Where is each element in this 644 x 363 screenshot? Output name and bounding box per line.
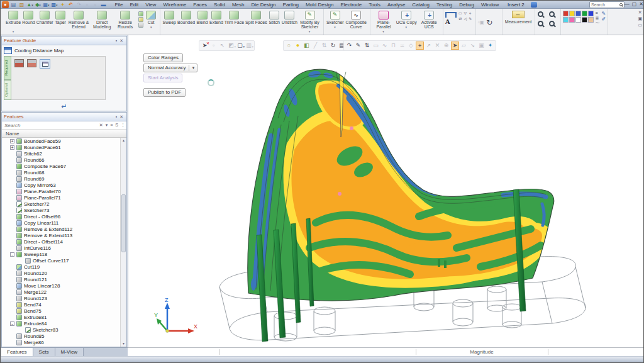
expand-toggle-icon[interactable] — [10, 208, 14, 213]
menu-die-design[interactable]: Die Design — [248, 1, 279, 9]
name-column-header[interactable]: Name — [2, 130, 126, 138]
regenerate-icon[interactable]: ↻ — [329, 42, 337, 50]
feature-tree-item[interactable]: + BoundedFace59 — [2, 138, 120, 144]
measurement-button[interactable]: Measurement — [504, 10, 533, 25]
filter-more-icon[interactable]: ⋮ — [121, 121, 125, 129]
menu-view[interactable]: View — [142, 1, 160, 9]
blend-button[interactable]: Blend — [196, 10, 209, 25]
orient-view-icon[interactable]: ↷ — [345, 42, 353, 50]
clear-search-icon[interactable]: ✕ — [99, 121, 103, 129]
feature-tree-item[interactable]: Round66 — [2, 157, 120, 163]
swatch-material[interactable] — [588, 17, 594, 23]
remove-extend-button[interactable]: Remove & Extend — [67, 10, 91, 30]
feature-tree-item[interactable]: Composite Face67 — [2, 163, 120, 169]
selected-step-icon[interactable] — [40, 59, 50, 69]
render-mode-icon[interactable]: ✦ — [486, 42, 494, 50]
dimension-tool-icon[interactable]: Ø — [458, 16, 463, 22]
ucs-active-icon[interactable]: ⌖ — [416, 42, 424, 50]
line-style-icons[interactable]: ≡≣〜 — [596, 11, 600, 26]
plane-tool-icon[interactable]: ▭ — [372, 42, 380, 50]
mini-tools-column[interactable] — [138, 11, 143, 28]
grid-icon[interactable]: ▣ — [477, 42, 486, 50]
menu-edit[interactable]: Edit — [126, 1, 142, 9]
expand-toggle-icon[interactable] — [10, 227, 14, 232]
pen-brush-icons[interactable]: ✎✐ — [602, 11, 606, 22]
feature-tree-item[interactable]: Round69 — [2, 176, 120, 182]
expand-toggle-icon[interactable] — [10, 240, 14, 244]
core-side-icon[interactable] — [14, 59, 24, 67]
show-faces-icon[interactable]: ◧ — [303, 42, 311, 50]
expand-toggle-icon[interactable] — [19, 328, 23, 332]
feature-tree-item[interactable]: Merge86 — [2, 339, 120, 345]
ucs-copy-button[interactable]: UCS Copy — [396, 10, 418, 25]
feature-tree-item[interactable]: Plane-Parallel70 — [2, 188, 120, 194]
3d-viewport[interactable]: ➤▫↖◩▢▥ ○●◧╱⇅↻▤▦ ↷✎⇅▭∿⊓≃◇⌖↗✕⊕➤▱↘▣✦ Color … — [128, 35, 643, 347]
swatch-pink[interactable] — [569, 17, 575, 23]
expand-toggle-icon[interactable] — [10, 183, 14, 187]
feature-tree-item[interactable]: Copy Linear111 — [2, 220, 120, 226]
expand-toggle-icon[interactable] — [10, 202, 14, 206]
menu-electrode[interactable]: Electrode — [337, 1, 365, 9]
expand-toggle-icon[interactable] — [10, 246, 14, 250]
feature-tree-item[interactable]: Direct - Offset114 — [2, 238, 120, 245]
expand-toggle-icon[interactable] — [10, 334, 14, 338]
pointer-active-icon[interactable]: ➤ — [451, 42, 459, 50]
filter-dropdown-icon[interactable]: ▾ — [106, 121, 108, 129]
restore-button[interactable]: ▢ — [632, 1, 637, 8]
feature-tree-item[interactable]: Stitch62 — [2, 150, 120, 157]
extend-button[interactable]: Extend — [209, 10, 224, 25]
activate-ucs-button[interactable]: Activate UCS — [418, 10, 441, 30]
tree-scrollbar[interactable]: ▲ ▼ — [120, 138, 126, 347]
menu-catalog[interactable]: Catalog — [409, 1, 433, 9]
dimension-tool-icon[interactable]: ◁ — [463, 16, 468, 22]
feature-tree-item[interactable]: Move Linear128 — [2, 282, 120, 289]
expand-toggle-icon[interactable] — [10, 271, 14, 276]
close-icon[interactable]: ✕ — [118, 38, 125, 43]
sweep-button[interactable]: Sweep — [162, 10, 177, 25]
expand-toggle-icon[interactable] — [10, 290, 14, 294]
pick-icon[interactable]: ↖ — [218, 42, 226, 50]
feature-tree-item[interactable]: Extrude81 — [2, 314, 120, 320]
round-button[interactable]: Round — [21, 10, 36, 30]
scroll-up-icon[interactable]: ▲ — [121, 138, 126, 143]
qa-extra-icon[interactable]: ▫ — [84, 1, 91, 8]
resize-rounds-button[interactable]: Resize Rounds — [114, 10, 137, 30]
cavity-side-icon[interactable] — [27, 59, 36, 67]
qa-extra2-icon[interactable]: ▫ — [92, 1, 99, 8]
chamfer-button[interactable]: Chamfer — [36, 10, 54, 30]
compare-tool-icon[interactable]: ≃ — [398, 42, 406, 50]
expand-toggle-icon[interactable] — [10, 284, 14, 288]
history-icon[interactable]: ↻ — [486, 18, 492, 27]
dimension-tool-icon[interactable]: ✎ — [468, 16, 473, 22]
stitch-button[interactable]: Stitch — [268, 10, 281, 25]
mold-project-icon[interactable]: ◆ — [35, 1, 42, 8]
annotate-icon[interactable]: ✎ — [354, 42, 362, 50]
expand-toggle-icon[interactable] — [10, 152, 14, 156]
curve-tool-icon[interactable]: ∿ — [380, 42, 389, 50]
tab-m-view[interactable]: M-View — [55, 348, 84, 356]
flip-icon[interactable]: ⇅ — [363, 42, 371, 50]
close-icon[interactable]: ✕ — [118, 114, 125, 120]
menu-faces[interactable]: Faces — [190, 1, 211, 9]
filter-s-icon[interactable]: S — [115, 121, 118, 129]
feature-tree-item[interactable]: Round120 — [2, 270, 120, 276]
feature-tree-item[interactable]: Plane-Parallel71 — [2, 194, 120, 201]
bounded-button[interactable]: Bounded — [177, 10, 196, 25]
feature-tree-item[interactable]: Bend74 — [2, 301, 120, 308]
swatch-red[interactable] — [563, 11, 569, 16]
menu-tools[interactable]: Tools — [365, 1, 384, 9]
feature-tree-item[interactable]: Sketcher72 — [2, 201, 120, 207]
add-tool-icon[interactable]: ⊕ — [442, 42, 450, 50]
color-ranges-button[interactable]: Color Ranges — [143, 53, 183, 62]
scroll-down-icon[interactable]: ▼ — [121, 341, 126, 347]
menu-testing[interactable]: Testing — [433, 1, 455, 9]
search-icon[interactable] — [619, 3, 623, 6]
menu-analyse[interactable]: Analyse — [384, 1, 408, 9]
swatch-yellow[interactable] — [569, 11, 575, 16]
close-panel-icon[interactable]: ✕ — [638, 10, 642, 15]
document-save-icon[interactable] — [531, 2, 537, 8]
feature-tree-item[interactable]: Bend75 — [2, 308, 120, 314]
modify-by-sketcher-button[interactable]: Modify By Sketcher — [298, 10, 321, 30]
extrude-button[interactable]: Extrude — [5, 10, 21, 30]
feature-tree-item[interactable]: IntCurve116 — [2, 245, 120, 251]
